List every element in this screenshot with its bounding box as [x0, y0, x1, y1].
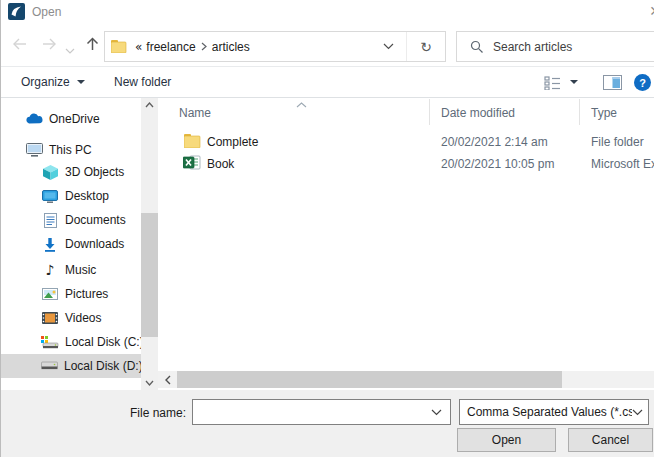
dialog-footer: File name: Comma Separated Values (*.csv… [1, 390, 654, 457]
address-bar[interactable]: « freelance articles ↻ [104, 31, 446, 62]
excel-file-icon [183, 155, 201, 174]
downloads-icon [41, 237, 59, 252]
breadcrumb-item-articles[interactable]: articles [210, 40, 252, 54]
sidebar-item-documents[interactable]: Documents [1, 208, 141, 232]
folder-icon [184, 134, 201, 151]
sidebar-item-label: Videos [65, 311, 101, 325]
scroll-left-icon[interactable] [160, 371, 175, 388]
column-header-name[interactable]: Name [179, 106, 211, 120]
file-name-input[interactable] [193, 405, 423, 419]
scrollbar-thumb[interactable] [177, 371, 562, 388]
help-glyph: ? [639, 77, 646, 89]
app-icon [8, 3, 25, 23]
file-row-book[interactable]: Book 20/02/2021 10:05 pm Microsoft Exce [158, 153, 654, 175]
pictures-icon [41, 288, 59, 300]
up-icon[interactable] [85, 36, 100, 54]
sidebar-item-label: Music [65, 263, 96, 277]
sidebar-item-label: 3D Objects [65, 165, 124, 179]
sidebar-item-label: Local Disk (D:) [64, 359, 143, 373]
column-header-type[interactable]: Type [591, 106, 617, 120]
sidebar-item-local-disk-d[interactable]: Local Disk (D:) [1, 354, 141, 378]
address-dropdown-chevron-icon[interactable] [371, 43, 406, 50]
file-name-label: File name: [81, 406, 186, 420]
organize-button[interactable]: Organize [21, 75, 85, 89]
breadcrumb-chevron-icon[interactable] [201, 42, 207, 51]
forward-icon[interactable] [41, 37, 58, 54]
breadcrumb-item-freelance[interactable]: freelance [144, 40, 197, 54]
sidebar-item-local-disk-c[interactable]: Local Disk (C:) [1, 330, 141, 354]
file-date-modified: 20/02/2021 2:14 am [441, 135, 548, 149]
sidebar-item-label: OneDrive [49, 112, 100, 126]
recent-locations-chevron-icon[interactable] [65, 43, 75, 57]
file-type-value: Comma Separated Values (*.csv [460, 405, 632, 419]
open-file-dialog: Open ✕ « freelance articles ↻ [0, 0, 654, 457]
column-divider[interactable] [429, 99, 430, 125]
sidebar-item-videos[interactable]: Videos [1, 306, 141, 330]
file-row-complete[interactable]: Complete 20/02/2021 2:14 am File folder [158, 131, 654, 153]
3d-objects-icon [41, 165, 59, 180]
window-title: Open [32, 5, 61, 19]
organize-caret-icon [77, 80, 85, 84]
sidebar-item-3d-objects[interactable]: 3D Objects [1, 160, 141, 184]
view-options-caret-icon[interactable] [570, 80, 578, 84]
file-name-combobox[interactable] [192, 399, 451, 425]
sidebar-item-onedrive[interactable]: OneDrive [1, 107, 141, 131]
filelist-horizontal-scrollbar[interactable] [158, 371, 654, 388]
sidebar-item-label: Documents [65, 213, 126, 227]
sidebar-item-label: Desktop [65, 189, 109, 203]
open-button[interactable]: Open [457, 428, 556, 452]
videos-icon [41, 312, 59, 324]
file-date-modified: 20/02/2021 10:05 pm [441, 157, 554, 171]
file-type-select[interactable]: Comma Separated Values (*.csv [459, 399, 649, 425]
column-divider[interactable] [579, 99, 580, 125]
file-type: File folder [591, 135, 644, 149]
local-disk-c-icon [41, 336, 59, 349]
back-icon[interactable] [11, 37, 28, 54]
scrollbar-thumb[interactable] [141, 213, 158, 337]
preview-pane-icon[interactable] [603, 75, 622, 93]
file-name: Book [207, 157, 234, 171]
filelist-header: Name Date modified Type [158, 98, 654, 126]
help-icon[interactable]: ? [634, 74, 651, 91]
scroll-down-icon[interactable] [141, 380, 158, 386]
desktop-icon [41, 190, 59, 203]
new-folder-label: New folder [114, 75, 171, 89]
scroll-up-icon[interactable] [141, 102, 158, 108]
organize-label: Organize [21, 75, 70, 89]
sidebar-item-label: Local Disk (C:) [65, 335, 144, 349]
refresh-icon[interactable]: ↻ [407, 39, 445, 55]
cancel-button[interactable]: Cancel [568, 428, 653, 452]
file-name-chevron-icon[interactable] [423, 409, 450, 416]
column-header-date-modified[interactable]: Date modified [441, 106, 515, 120]
file-type-chevron-icon [632, 409, 648, 416]
new-folder-button[interactable]: New folder [114, 75, 171, 89]
sidebar-item-music[interactable]: ♪ Music [1, 258, 141, 282]
sidebar-scrollbar[interactable] [141, 98, 158, 390]
details-view-icon[interactable] [544, 76, 561, 93]
music-icon: ♪ [41, 262, 59, 278]
sidebar-item-downloads[interactable]: Downloads [1, 232, 141, 256]
search-input[interactable] [493, 40, 654, 54]
sort-ascending-icon [296, 97, 307, 111]
documents-icon [41, 213, 59, 228]
sidebar-item-label: Pictures [65, 287, 108, 301]
file-type: Microsoft Exce [591, 157, 654, 171]
file-name: Complete [207, 135, 258, 149]
sidebar-item-label: Downloads [65, 237, 124, 251]
search-icon [470, 40, 484, 54]
close-icon[interactable]: ✕ [649, 3, 654, 19]
breadcrumb-collapse[interactable]: « [133, 40, 144, 54]
folder-icon [111, 40, 127, 53]
local-disk-d-icon [41, 361, 58, 371]
sidebar-item-pictures[interactable]: Pictures [1, 282, 141, 306]
sidebar-item-label: This PC [49, 143, 92, 157]
this-pc-icon [25, 143, 43, 157]
search-box[interactable] [456, 31, 654, 62]
onedrive-icon [25, 113, 43, 125]
sidebar-item-this-pc[interactable]: This PC [1, 138, 141, 162]
command-toolbar: Organize New folder ? [1, 66, 654, 98]
sidebar-item-desktop[interactable]: Desktop [1, 184, 141, 208]
